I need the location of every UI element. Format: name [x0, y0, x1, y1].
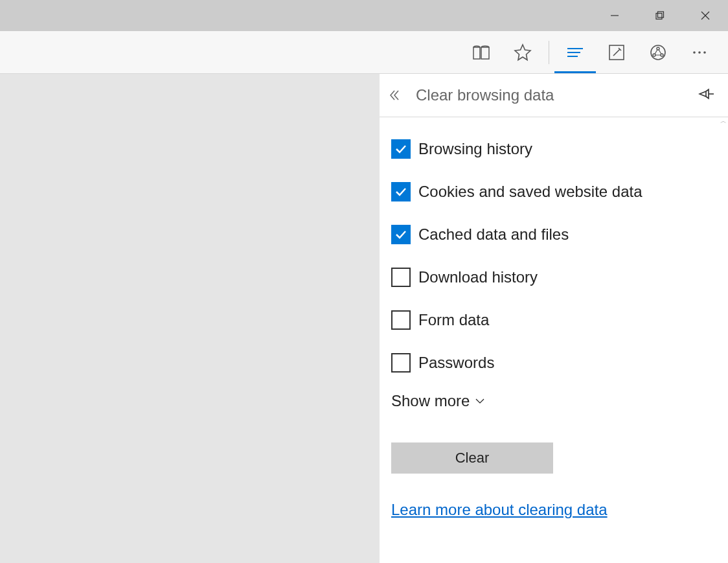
minimize-button[interactable]: [592, 0, 637, 31]
web-note-button[interactable]: [596, 32, 637, 73]
hub-button[interactable]: [554, 32, 596, 73]
learn-more-link[interactable]: Learn more about clearing data: [391, 501, 608, 518]
panel-title: Clear browsing data: [416, 86, 687, 104]
svg-point-14: [698, 51, 701, 54]
clear-button[interactable]: Clear: [391, 442, 553, 474]
page-area: [0, 74, 380, 563]
show-more-label: Show more: [391, 392, 470, 410]
checkbox-icon: [391, 310, 411, 330]
checkbox-icon: [391, 353, 411, 373]
checkbox-label: Cookies and saved website data: [418, 183, 643, 201]
pin-button[interactable]: [698, 87, 715, 103]
checkbox-browsing-history[interactable]: Browsing history: [391, 139, 718, 159]
checkbox-label: Form data: [418, 311, 489, 329]
share-button[interactable]: [637, 32, 679, 73]
maximize-button[interactable]: [637, 0, 683, 31]
browser-toolbar: [0, 31, 728, 74]
checkbox-icon: [391, 225, 411, 244]
content-area: Clear browsing data ︿ Browsing history C…: [0, 74, 728, 563]
svg-point-13: [693, 51, 696, 54]
checkbox-cached-data[interactable]: Cached data and files: [391, 225, 718, 244]
reading-view-button[interactable]: [461, 32, 502, 73]
checkbox-icon: [391, 182, 411, 201]
show-more-toggle[interactable]: Show more: [391, 392, 718, 410]
panel-header: Clear browsing data: [380, 74, 728, 117]
close-button[interactable]: [683, 0, 728, 31]
checkbox-label: Download history: [418, 268, 538, 286]
window-titlebar: [0, 0, 728, 31]
more-button[interactable]: [679, 32, 720, 73]
checkbox-download-history[interactable]: Download history: [391, 268, 718, 287]
checkbox-label: Cached data and files: [418, 225, 569, 244]
chevron-down-icon: [475, 398, 485, 404]
settings-panel: Clear browsing data ︿ Browsing history C…: [380, 74, 728, 563]
favorites-button[interactable]: [502, 32, 543, 73]
panel-back-button[interactable]: [385, 89, 404, 101]
checkbox-form-data[interactable]: Form data: [391, 310, 718, 330]
checkbox-icon: [391, 268, 411, 287]
checkbox-label: Browsing history: [418, 140, 532, 158]
checkbox-cookies[interactable]: Cookies and saved website data: [391, 182, 718, 201]
svg-point-15: [703, 51, 706, 54]
checkbox-label: Passwords: [418, 354, 494, 372]
svg-rect-2: [658, 12, 664, 17]
checkbox-icon: [391, 139, 411, 159]
checkbox-passwords[interactable]: Passwords: [391, 353, 718, 373]
panel-body: Browsing history Cookies and saved websi…: [380, 117, 728, 563]
svg-rect-1: [656, 14, 662, 19]
toolbar-separator: [549, 41, 549, 64]
